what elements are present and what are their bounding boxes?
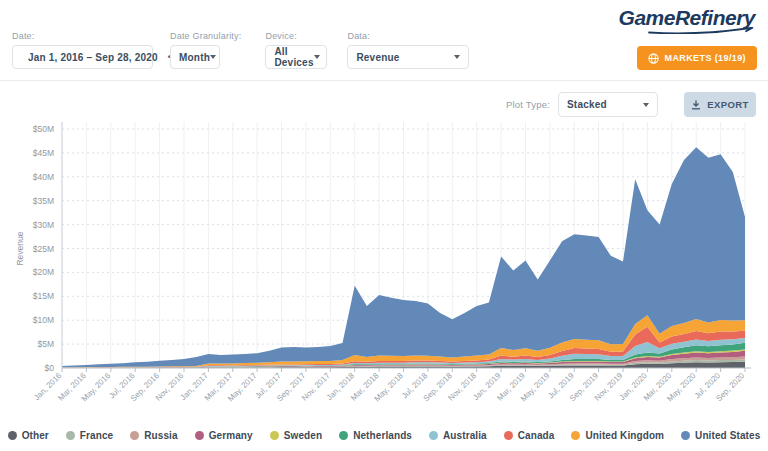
chevron-down-icon <box>210 55 216 59</box>
legend-item-germany[interactable]: Germany <box>195 430 253 441</box>
plot-type-label: Plot Type: <box>506 99 550 110</box>
y-tick-label: $45M <box>33 148 54 158</box>
date-label: Date: <box>12 31 153 41</box>
legend-item-united-states[interactable]: United States <box>681 430 760 441</box>
legend-item-russia[interactable]: Russia <box>130 430 177 441</box>
legend-label: Russia <box>144 430 177 441</box>
legend-dot-icon <box>339 431 348 440</box>
legend-label: France <box>80 430 113 441</box>
legend-label: Australia <box>443 430 487 441</box>
legend-item-canada[interactable]: Canada <box>504 430 555 441</box>
y-tick-label: $35M <box>33 196 54 206</box>
legend-dot-icon <box>571 431 580 440</box>
chevron-down-icon <box>454 55 460 59</box>
legend-dot-icon <box>66 431 75 440</box>
data-label: Data: <box>347 31 469 41</box>
filter-data: Data: Revenue <box>347 31 469 69</box>
chart-legend: OtherFranceRussiaGermanySwedenNetherland… <box>0 430 768 441</box>
y-tick-label: $50M <box>33 124 54 134</box>
date-range-value: Jan 1, 2016 – Sep 28, 2020 <box>28 52 158 63</box>
y-tick-label: $30M <box>33 220 54 230</box>
y-tick-label: $25M <box>33 244 54 254</box>
data-select[interactable]: Revenue <box>347 45 469 69</box>
markets-button[interactable]: MARKETS (19/19) <box>637 46 757 70</box>
filter-device: Device: All Devices <box>265 31 327 69</box>
logo-text: GameRefinery <box>619 7 755 29</box>
download-icon <box>691 100 701 110</box>
plot-type-value: Stacked <box>567 99 607 110</box>
device-value: All Devices <box>274 46 313 68</box>
granularity-label: Date Granularity: <box>170 31 241 41</box>
revenue-stacked-area-chart: $0$5M$10M$15M$20M$25M$30M$35M$40M$45M$50… <box>8 118 760 413</box>
legend-item-australia[interactable]: Australia <box>429 430 487 441</box>
legend-item-netherlands[interactable]: Netherlands <box>339 430 412 441</box>
legend-dot-icon <box>429 431 438 440</box>
y-tick-label: $5M <box>37 339 54 349</box>
date-range-picker[interactable]: Jan 1, 2016 – Sep 28, 2020 ••• <box>12 45 153 69</box>
plot-type-select[interactable]: Stacked <box>558 92 658 117</box>
legend-item-france[interactable]: France <box>66 430 113 441</box>
y-tick-label: $10M <box>33 315 54 325</box>
y-tick-label: $0 <box>45 363 55 373</box>
legend-dot-icon <box>681 431 690 440</box>
legend-dot-icon <box>504 431 513 440</box>
markets-button-label: MARKETS (19/19) <box>664 53 746 63</box>
gamerefinery-logo: GameRefinery <box>619 7 755 34</box>
gamerefinery-dashboard: GameRefinery Date: Jan 1, 2016 – Sep 28,… <box>0 0 768 451</box>
filter-granularity: Date Granularity: Month <box>170 31 241 69</box>
data-value: Revenue <box>356 52 399 63</box>
chevron-down-icon <box>314 55 320 59</box>
legend-item-united-kingdom[interactable]: United Kingdom <box>571 430 664 441</box>
export-button-label: EXPORT <box>707 99 748 110</box>
y-tick-label: $20M <box>33 267 54 277</box>
granularity-select[interactable]: Month <box>170 45 220 69</box>
legend-dot-icon <box>8 431 17 440</box>
legend-label: United States <box>695 430 760 441</box>
granularity-value: Month <box>179 52 210 63</box>
device-label: Device: <box>265 31 327 41</box>
y-tick-label: $40M <box>33 172 54 182</box>
header-divider <box>0 80 768 81</box>
legend-item-other[interactable]: Other <box>8 430 49 441</box>
filter-date: Date: Jan 1, 2016 – Sep 28, 2020 ••• <box>12 31 153 69</box>
legend-dot-icon <box>195 431 204 440</box>
legend-label: Germany <box>209 430 253 441</box>
export-button[interactable]: EXPORT <box>684 92 756 117</box>
y-axis-title: Revenue <box>15 231 25 265</box>
legend-label: Canada <box>518 430 555 441</box>
legend-label: Sweden <box>284 430 322 441</box>
chart-svg: $0$5M$10M$15M$20M$25M$30M$35M$40M$45M$50… <box>8 118 760 413</box>
device-select[interactable]: All Devices <box>265 45 327 69</box>
globe-icon <box>648 53 659 64</box>
y-tick-label: $15M <box>33 291 54 301</box>
legend-label: Other <box>22 430 49 441</box>
legend-item-sweden[interactable]: Sweden <box>270 430 322 441</box>
filters-row: Date: Jan 1, 2016 – Sep 28, 2020 ••• Dat… <box>12 31 469 69</box>
chevron-down-icon <box>643 103 649 107</box>
legend-dot-icon <box>130 431 139 440</box>
legend-dot-icon <box>270 431 279 440</box>
legend-label: United Kingdom <box>585 430 664 441</box>
legend-label: Netherlands <box>353 430 412 441</box>
chart-toolbar: Plot Type: Stacked EXPORT <box>506 92 756 117</box>
